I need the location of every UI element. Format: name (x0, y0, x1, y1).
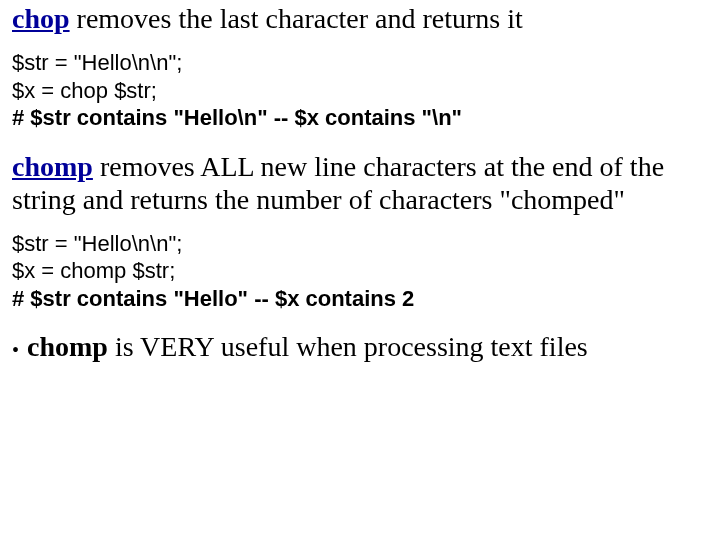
chomp-code-block: $str = "Hello\n\n"; $x = chomp $str; # $… (12, 230, 708, 313)
bullet-keyword: chomp (27, 331, 108, 362)
code-line-comment: # $str contains "Hello" -- $x contains 2 (12, 285, 708, 313)
bullet-text: chomp is VERY useful when processing tex… (27, 330, 588, 363)
chop-desc-text: removes the last character and returns i… (70, 3, 523, 34)
chomp-desc-text: removes ALL new line characters at the e… (12, 151, 664, 215)
chop-code-block: $str = "Hello\n\n"; $x = chop $str; # $s… (12, 49, 708, 132)
code-line: $x = chop $str; (12, 77, 708, 105)
chop-keyword: chop (12, 3, 70, 34)
bullet-rest: is VERY useful when processing text file… (108, 331, 588, 362)
chomp-description: chomp removes ALL new line characters at… (12, 150, 708, 216)
chop-description: chop removes the last character and retu… (12, 2, 708, 35)
chomp-keyword: chomp (12, 151, 93, 182)
bullet-dot-icon: • (12, 330, 19, 364)
code-line-comment: # $str contains "Hello\n" -- $x contains… (12, 104, 708, 132)
code-line: $x = chomp $str; (12, 257, 708, 285)
bullet-item: • chomp is VERY useful when processing t… (12, 330, 708, 364)
code-line: $str = "Hello\n\n"; (12, 49, 708, 77)
code-line: $str = "Hello\n\n"; (12, 230, 708, 258)
slide: chop removes the last character and retu… (0, 0, 720, 540)
